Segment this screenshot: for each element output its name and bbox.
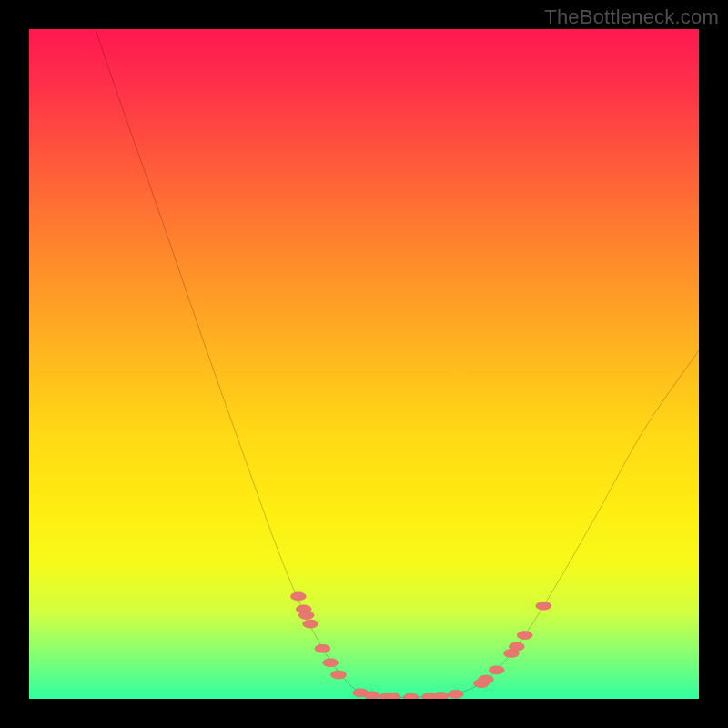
data-marker — [315, 644, 330, 652]
data-marker — [517, 632, 532, 640]
data-marker — [290, 592, 306, 601]
data-marker — [478, 675, 493, 683]
data-marker — [364, 692, 379, 699]
marker-layer — [29, 29, 699, 699]
data-marker — [509, 642, 524, 651]
chart-frame: TheBottleneck.com — [0, 0, 728, 728]
data-marker — [489, 666, 504, 674]
data-marker — [323, 659, 339, 667]
data-marker — [433, 692, 449, 699]
data-marker — [448, 690, 463, 698]
plot-area — [29, 29, 699, 699]
data-marker — [298, 611, 314, 619]
data-marker — [403, 693, 419, 699]
marker-group — [290, 592, 551, 699]
data-marker — [536, 602, 551, 610]
data-marker — [303, 620, 318, 628]
data-marker — [331, 671, 347, 679]
watermark-text: TheBottleneck.com — [544, 5, 719, 29]
